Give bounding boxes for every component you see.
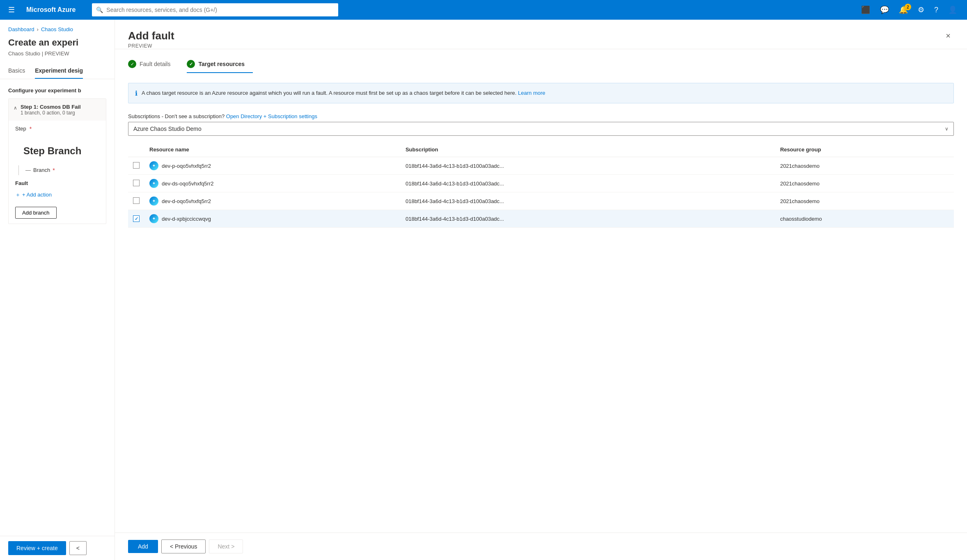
cosmos-resource-icon: ✦ [149,161,158,170]
resource-name-text: dev-d-oqo5vhxfq5rr2 [162,198,211,204]
subscription-label: Subscriptions - Don't see a subscription… [128,113,954,119]
top-navigation: ☰ Microsoft Azure 🔍 ⬛ 💬 🔔 2 ⚙ ? 👤 [0,0,967,20]
nav-icons: ⬛ 💬 🔔 2 ⚙ ? 👤 [858,4,960,16]
dialog-close-button[interactable]: × [942,30,954,42]
search-input[interactable] [106,7,334,13]
dialog-subtitle: PREVIEW [128,43,174,49]
breadcrumb-separator: › [37,26,39,32]
tab-fault-details-label: Fault details [140,61,170,67]
next-button: Next > [209,539,243,553]
info-text-content: A chaos target resource is an Azure reso… [142,90,516,96]
left-content: Configure your experiment b ∧ Step 1: Co… [0,79,115,237]
resource-table: Resource name Subscription Resource grou… [128,142,954,228]
cosmos-resource-icon: ✦ [149,179,158,188]
subscription-selected-value: Azure Chaos Studio Demo [133,126,202,132]
subscription-cell: 018bf144-3a6d-4c13-b1d3-d100a03adc... [401,192,775,210]
row-checkbox[interactable] [133,180,140,186]
branch-label: Branch [33,167,50,173]
right-panel: Add fault PREVIEW × ✓ Fault details ✓ Ta… [115,20,967,560]
add-button[interactable]: Add [128,540,158,553]
resource-name-cell: ✦dev-ds-oqo5vhxfq5rr2 [144,175,401,192]
step-card-subtitle: 1 branch, 0 action, 0 targ [21,110,81,116]
review-create-button[interactable]: Review + create [8,541,66,555]
row-checkbox[interactable] [133,162,140,169]
table-header-checkbox [128,142,144,157]
breadcrumb-dashboard[interactable]: Dashboard [8,26,34,32]
row-checkbox[interactable]: ✓ [133,215,140,222]
step-branch-display: Step Branch [15,137,99,165]
resource-group-cell: 2021chaosdemo [775,192,954,210]
row-checkbox[interactable] [133,197,140,204]
subscription-row: Subscriptions - Don't see a subscription… [128,113,954,136]
step-card-title: Step 1: Cosmos DB Fail [21,104,81,110]
subscription-cell: 018bf144-3a6d-4c13-b1d3-d100a03adc... [401,157,775,175]
back-arrow-button[interactable]: < [69,541,87,555]
add-action-label: + Add action [22,192,52,198]
previous-button[interactable]: < Previous [161,539,206,553]
step-field-row: Step * [15,126,99,132]
fault-details-check-icon: ✓ [128,60,136,68]
table-row[interactable]: ✓✦dev-d-xpbjcciccwqvg018bf144-3a6d-4c13-… [128,210,954,228]
tab-target-resources[interactable]: ✓ Target resources [187,56,253,73]
settings-icon[interactable]: ⚙ [914,4,928,16]
step-card: ∧ Step 1: Cosmos DB Fail 1 branch, 0 act… [8,98,106,224]
feedback-icon[interactable]: 💬 [877,4,892,16]
step-card-header: ∧ Step 1: Cosmos DB Fail 1 branch, 0 act… [9,99,106,121]
info-icon: ℹ [135,89,137,97]
dialog-body: ℹ A chaos target resource is an Azure re… [115,73,967,533]
search-bar[interactable]: 🔍 [92,3,338,16]
hamburger-menu-icon[interactable]: ☰ [7,4,16,16]
resource-group-cell: 2021chaosdemo [775,175,954,192]
info-text: A chaos target resource is an Azure reso… [142,89,545,97]
table-header-row: Resource name Subscription Resource grou… [128,142,954,157]
help-icon[interactable]: ? [931,4,942,16]
table-row[interactable]: ✦dev-d-oqo5vhxfq5rr2018bf144-3a6d-4c13-b… [128,192,954,210]
terminal-icon[interactable]: ⬛ [858,4,873,16]
resource-name-text: dev-p-oqo5vhxfq5rr2 [162,163,211,169]
add-branch-button[interactable]: Add branch [15,207,57,219]
breadcrumb-chaos-studio[interactable]: Chaos Studio [41,26,73,32]
notification-badge: 2 [905,4,911,10]
page-title: Create an experi [0,36,115,50]
fault-label: Fault [15,180,99,186]
collapse-chevron-icon[interactable]: ∧ [14,105,17,111]
branch-dash-icon: — [25,167,31,173]
subscription-label-text: Subscriptions - Don't see a subscription… [128,113,225,119]
resource-name-text: dev-ds-oqo5vhxfq5rr2 [162,181,213,187]
resource-name-text: dev-d-xpbjcciccwqvg [162,216,211,222]
tab-fault-details[interactable]: ✓ Fault details [128,56,179,73]
dialog-title: Add fault [128,30,174,42]
open-directory-link[interactable]: Open Directory + Subscription settings [226,113,317,119]
user-icon[interactable]: 👤 [945,4,960,16]
bottom-bar: Review + create < [0,536,115,560]
branch-required-marker: * [53,167,55,174]
step-card-body: Step * Step Branch — Branch * [9,121,106,224]
step-branch-text-line1: Step Branch [23,145,91,157]
resource-name-cell: ✦dev-d-oqo5vhxfq5rr2 [144,192,401,210]
add-action-link[interactable]: ＋ + Add action [15,191,99,199]
cosmos-resource-icon: ✦ [149,214,158,223]
tab-experiment-design[interactable]: Experiment desig [35,63,83,79]
breadcrumb: Dashboard › Chaos Studio [0,20,115,36]
table-header-resource-group: Resource group [775,142,954,157]
table-row[interactable]: ✦dev-ds-oqo5vhxfq5rr2018bf144-3a6d-4c13-… [128,175,954,192]
table-header-subscription: Subscription [401,142,775,157]
target-resources-check-icon: ✓ [187,60,195,68]
dialog-footer: Add < Previous Next > [115,533,967,560]
resource-name-cell: ✦dev-d-xpbjcciccwqvg [144,210,401,228]
branch-indent: — Branch * [18,165,99,175]
cosmos-resource-icon: ✦ [149,197,158,206]
learn-more-link[interactable]: Learn more [518,90,545,96]
subscription-dropdown[interactable]: Azure Chaos Studio Demo ∨ [128,122,954,136]
step-required-marker: * [30,126,32,132]
app-title: Microsoft Azure [26,6,76,14]
dialog-header: Add fault PREVIEW × [115,20,967,49]
fault-section: Fault [15,180,99,186]
table-row[interactable]: ✦dev-p-oqo5vhxfq5rr2018bf144-3a6d-4c13-b… [128,157,954,175]
section-label: Configure your experiment b [8,87,106,94]
left-panel: Dashboard › Chaos Studio Create an exper… [0,20,115,560]
notifications-icon[interactable]: 🔔 2 [896,4,911,16]
table-header-resource-name: Resource name [144,142,401,157]
tab-basics[interactable]: Basics [8,63,25,79]
branch-row: — Branch * [25,165,99,175]
